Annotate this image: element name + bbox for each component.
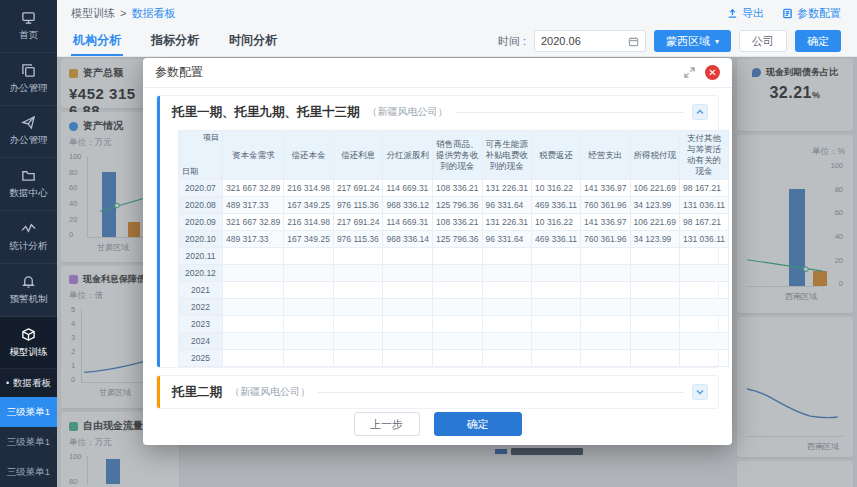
sidebar-item-office-2[interactable]: 办公管理	[0, 106, 57, 159]
sidebar-subitem-level3-3[interactable]: 三级菜单1	[0, 457, 57, 487]
table-cell	[383, 248, 433, 265]
table-cell	[580, 248, 630, 265]
sidebar-subitem-label: 数据看板	[13, 377, 51, 390]
table-cell	[383, 350, 433, 367]
table-cell	[432, 299, 482, 316]
expand-icon[interactable]	[684, 67, 695, 78]
sidebar-item-warning[interactable]: 预警机制	[0, 264, 57, 317]
sidebar-item-statistics[interactable]: 统计分析	[0, 211, 57, 264]
table-cell	[680, 299, 729, 316]
table-cell	[284, 350, 334, 367]
table-cell	[222, 299, 283, 316]
time-value: 2020.06	[541, 35, 581, 47]
config-icon	[782, 8, 793, 19]
table-cell	[680, 282, 729, 299]
breadcrumb-current: 数据看板	[131, 6, 175, 21]
sidebar-subitem-dashboard[interactable]: 数据看板	[0, 369, 57, 397]
previous-step-button[interactable]: 上一步	[354, 412, 420, 436]
sidebar-subitem-label: 三级菜单1	[7, 466, 50, 479]
breadcrumb-parent[interactable]: 模型训练	[71, 6, 115, 21]
table-cell	[333, 282, 383, 299]
row-date: 2025	[179, 350, 223, 367]
table-row: 2023	[179, 316, 729, 333]
row-date: 2024	[179, 333, 223, 350]
table-cell	[482, 265, 532, 282]
tab-organization-analysis[interactable]: 机构分析	[71, 26, 123, 56]
table-cell	[284, 282, 334, 299]
pulse-icon	[21, 221, 36, 236]
export-button[interactable]: 导出	[727, 6, 764, 21]
modal-confirm-button[interactable]: 确定	[434, 412, 522, 436]
table-cell: 217 691.24	[333, 214, 383, 231]
expand-chevron-down-icon[interactable]	[692, 384, 708, 400]
table-cell	[580, 333, 630, 350]
table-cell: 167 349.25	[284, 231, 334, 248]
time-input[interactable]: 2020.06	[534, 30, 646, 52]
table-cell	[383, 316, 433, 333]
tab-time-analysis[interactable]: 时间分析	[227, 26, 279, 56]
table-cell	[383, 333, 433, 350]
sidebar-item-home[interactable]: 首页	[0, 0, 57, 53]
modal-title: 参数配置	[155, 64, 203, 81]
table-cell: 968 336.14	[383, 231, 433, 248]
main-area: 模型训练 > 数据看板 导出 参数配置 机构分析	[57, 0, 857, 487]
table-cell	[333, 265, 383, 282]
table-cell	[222, 265, 283, 282]
table-cell: 108 336.21	[432, 180, 482, 197]
column-header: 分红派股利	[383, 131, 433, 180]
table-cell	[432, 265, 482, 282]
table-row: 2020.07321 667 32.89216 314.98217 691.24…	[179, 180, 729, 197]
column-header: 经营支出	[580, 131, 630, 180]
table-cell: 125 796.36	[432, 197, 482, 214]
app-window: 首页 办公管理 办公管理 数据中心 统计分析 预警机制 模型训练 数据看板	[0, 0, 857, 487]
sidebar: 首页 办公管理 办公管理 数据中心 统计分析 预警机制 模型训练 数据看板	[0, 0, 57, 487]
sidebar-subitem-level3-2[interactable]: 三级菜单1	[0, 427, 57, 457]
table-cell	[532, 265, 581, 282]
table-cell	[580, 316, 630, 333]
table-cell	[630, 350, 680, 367]
topbar-confirm-button[interactable]: 确定	[795, 30, 841, 52]
table-cell	[630, 248, 680, 265]
row-date: 2020.08	[179, 197, 223, 214]
table-cell	[630, 333, 680, 350]
table-cell: 114 669.31	[383, 180, 433, 197]
table-cell: 141 336.97	[580, 214, 630, 231]
upload-icon	[727, 8, 738, 19]
table-cell	[222, 248, 283, 265]
table-cell: 321 667 32.89	[222, 180, 283, 197]
table-cell	[222, 350, 283, 367]
tab-indicator-analysis[interactable]: 指标分析	[149, 26, 201, 56]
copy-icon	[21, 63, 36, 78]
table-cell	[432, 333, 482, 350]
param-config-button[interactable]: 参数配置	[782, 6, 841, 21]
company-button[interactable]: 公司	[739, 30, 787, 52]
row-date: 2023	[179, 316, 223, 333]
close-icon[interactable]: ✕	[705, 65, 720, 80]
sidebar-item-model-training[interactable]: 模型训练	[0, 317, 57, 370]
sidebar-item-office-1[interactable]: 办公管理	[0, 53, 57, 106]
table-cell: 760 361.96	[580, 197, 630, 214]
table-cell	[222, 333, 283, 350]
sidebar-subitem-level3-1[interactable]: 三级菜单1	[0, 397, 57, 427]
table-cell	[532, 316, 581, 333]
table-cell	[482, 282, 532, 299]
table-cell	[580, 282, 630, 299]
sidebar-item-datacenter[interactable]: 数据中心	[0, 158, 57, 211]
table-cell: 760 361.96	[580, 231, 630, 248]
chevron-down-icon: ▾	[715, 37, 719, 46]
column-header: 税费返还	[532, 131, 581, 180]
collapse-chevron-up-icon[interactable]	[692, 104, 708, 120]
table-cell: 106 221.69	[630, 180, 680, 197]
corner-header: 项目 日期	[179, 131, 223, 180]
table-cell: 489 317.33	[222, 197, 283, 214]
table-cell: 96 331.64	[482, 231, 532, 248]
table-cell: 96 331.64	[482, 197, 532, 214]
modal-footer: 上一步 确定	[143, 409, 732, 445]
table-row: 2020.11	[179, 248, 729, 265]
table-cell	[680, 350, 729, 367]
table-cell: 34 123.99	[630, 197, 680, 214]
sidebar-item-label: 模型训练	[10, 346, 48, 359]
table-cell	[284, 299, 334, 316]
region-select-button[interactable]: 蒙西区域 ▾	[654, 30, 731, 52]
column-header: 销售商品、提供劳务收到的现金	[432, 131, 482, 180]
